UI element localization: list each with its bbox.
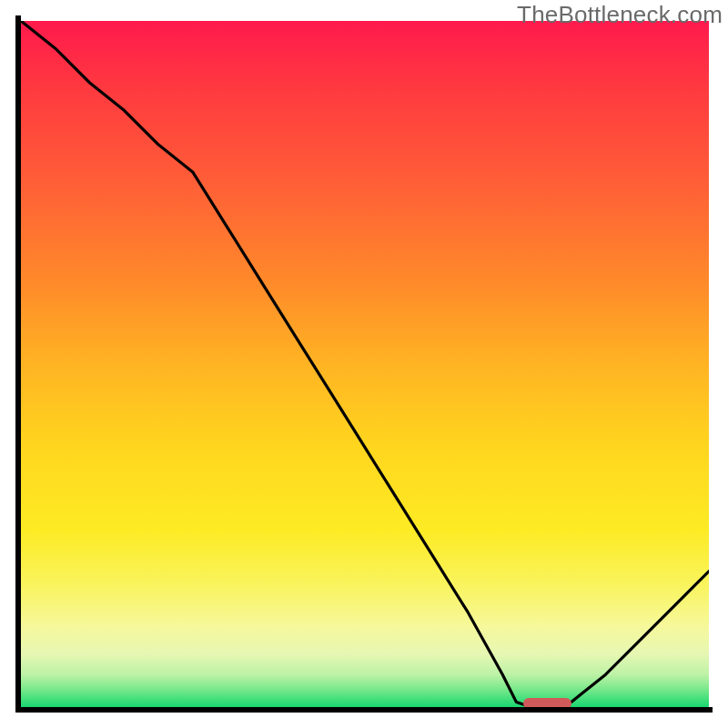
bottleneck-curve <box>21 21 709 709</box>
y-axis-line <box>15 15 21 711</box>
curve-path <box>21 21 709 709</box>
watermark-text: TheBottleneck.com <box>517 1 723 29</box>
chart-container: TheBottleneck.com <box>0 0 728 728</box>
x-axis-line <box>15 707 713 713</box>
plot-area <box>21 21 709 709</box>
